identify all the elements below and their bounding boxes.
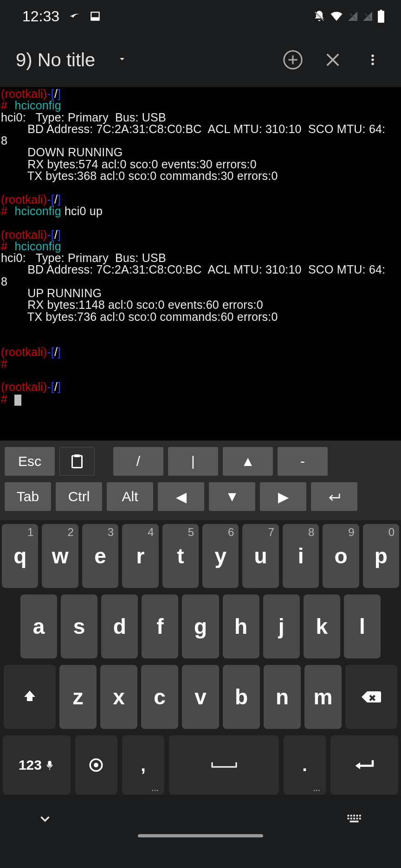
svg-rect-22 xyxy=(350,817,352,819)
svg-rect-13 xyxy=(74,454,80,457)
svg-rect-16 xyxy=(348,815,349,817)
close-button[interactable] xyxy=(313,40,353,80)
svg-rect-23 xyxy=(353,817,355,819)
settings-key[interactable] xyxy=(75,735,117,795)
keyboard-row-3: z x c v b n m xyxy=(1,665,400,729)
battery-icon xyxy=(377,10,385,23)
nav-home-bar[interactable] xyxy=(138,834,263,837)
pipe-key[interactable]: | xyxy=(168,447,218,476)
enter-extra-key[interactable] xyxy=(311,482,357,511)
nav-bar xyxy=(0,798,401,842)
comma-key[interactable]: ,… xyxy=(122,735,164,795)
add-tab-button[interactable] xyxy=(273,40,313,80)
arrow-left-key[interactable]: ◀ xyxy=(158,482,204,511)
svg-rect-17 xyxy=(350,815,352,817)
key-r[interactable]: 4r xyxy=(122,524,158,588)
key-c[interactable]: c xyxy=(141,665,178,729)
key-u[interactable]: 7u xyxy=(242,524,278,588)
key-i[interactable]: 8i xyxy=(283,524,319,588)
key-f[interactable]: f xyxy=(142,594,178,658)
picture-icon xyxy=(89,10,101,22)
svg-rect-18 xyxy=(353,815,355,817)
key-s[interactable]: s xyxy=(61,594,97,658)
signal-1-icon xyxy=(347,11,358,22)
wifi-icon xyxy=(330,9,343,23)
svg-rect-12 xyxy=(72,456,82,468)
key-l[interactable]: l xyxy=(344,594,381,658)
svg-rect-24 xyxy=(356,817,358,819)
status-time: 12:33 xyxy=(22,8,59,25)
period-key[interactable]: .… xyxy=(284,735,326,795)
esc-key[interactable]: Esc xyxy=(5,447,55,476)
slash-key[interactable]: / xyxy=(113,447,163,476)
enter-key[interactable] xyxy=(330,735,398,795)
svg-point-11 xyxy=(371,63,374,65)
dash-key[interactable]: - xyxy=(278,447,328,476)
arrow-up-key[interactable]: ▲ xyxy=(223,447,273,476)
tab-title[interactable]: 9) No title xyxy=(16,50,95,70)
svg-rect-20 xyxy=(359,815,361,817)
key-q[interactable]: 1q xyxy=(2,524,38,588)
key-j[interactable]: j xyxy=(263,594,300,658)
key-y[interactable]: 6y xyxy=(202,524,239,588)
space-key[interactable] xyxy=(169,735,279,795)
nav-down-icon[interactable] xyxy=(37,811,53,829)
svg-rect-19 xyxy=(356,815,358,817)
svg-rect-6 xyxy=(378,11,384,23)
svg-point-15 xyxy=(94,763,98,767)
terminal[interactable]: (rootkali)-[/] # hciconfig hci0: Type: P… xyxy=(0,87,401,440)
paste-key[interactable] xyxy=(59,447,95,476)
svg-rect-26 xyxy=(350,821,359,823)
key-k[interactable]: k xyxy=(304,594,340,658)
tab-key[interactable]: Tab xyxy=(5,482,51,511)
svg-rect-21 xyxy=(348,817,349,819)
key-t[interactable]: 5t xyxy=(162,524,199,588)
arrow-right-key[interactable]: ▶ xyxy=(260,482,306,511)
key-d[interactable]: d xyxy=(101,594,138,658)
svg-point-9 xyxy=(371,55,374,57)
key-g[interactable]: g xyxy=(182,594,219,658)
keyboard: 1q 2w 3e 4r 5t 6y 7u 8i 9o 0p a s d f g … xyxy=(0,520,401,795)
key-b[interactable]: b xyxy=(223,665,260,729)
more-menu-button[interactable] xyxy=(353,40,393,80)
alt-key[interactable]: Alt xyxy=(107,482,153,511)
ctrl-key[interactable]: Ctrl xyxy=(56,482,102,511)
extra-keys-bar: Esc / | ▲ - Tab Ctrl Alt ◀ ▼ ▶ xyxy=(0,440,401,520)
keyboard-switch-icon[interactable] xyxy=(346,812,364,828)
key-a[interactable]: a xyxy=(20,594,57,658)
tab-dropdown-icon[interactable] xyxy=(116,53,128,66)
svg-rect-7 xyxy=(380,10,382,12)
kali-icon xyxy=(68,10,81,23)
signal-2-icon xyxy=(362,11,373,22)
backspace-key[interactable] xyxy=(345,665,397,729)
terminal-cursor xyxy=(14,395,21,406)
keyboard-row-2: a s d f g h j k l xyxy=(1,594,400,658)
key-p[interactable]: 0p xyxy=(363,524,399,588)
keyboard-row-4: 123 ,… .… xyxy=(1,735,400,795)
key-m[interactable]: m xyxy=(304,665,342,729)
key-n[interactable]: n xyxy=(264,665,301,729)
key-z[interactable]: z xyxy=(59,665,97,729)
keyboard-row-1: 1q 2w 3e 4r 5t 6y 7u 8i 9o 0p xyxy=(1,524,400,588)
key-e[interactable]: 3e xyxy=(82,524,118,588)
mute-icon xyxy=(313,10,326,23)
symbols-key[interactable]: 123 xyxy=(3,735,71,795)
svg-point-10 xyxy=(371,58,374,61)
shift-key[interactable] xyxy=(4,665,56,729)
arrow-down-key[interactable]: ▼ xyxy=(209,482,255,511)
svg-rect-25 xyxy=(359,817,361,819)
key-v[interactable]: v xyxy=(182,665,219,729)
key-x[interactable]: x xyxy=(100,665,137,729)
svg-rect-1 xyxy=(91,13,98,17)
status-bar: 12:33 xyxy=(0,0,401,32)
key-h[interactable]: h xyxy=(223,594,259,658)
key-w[interactable]: 2w xyxy=(42,524,78,588)
key-o[interactable]: 9o xyxy=(323,524,359,588)
app-bar: 9) No title xyxy=(0,32,401,87)
